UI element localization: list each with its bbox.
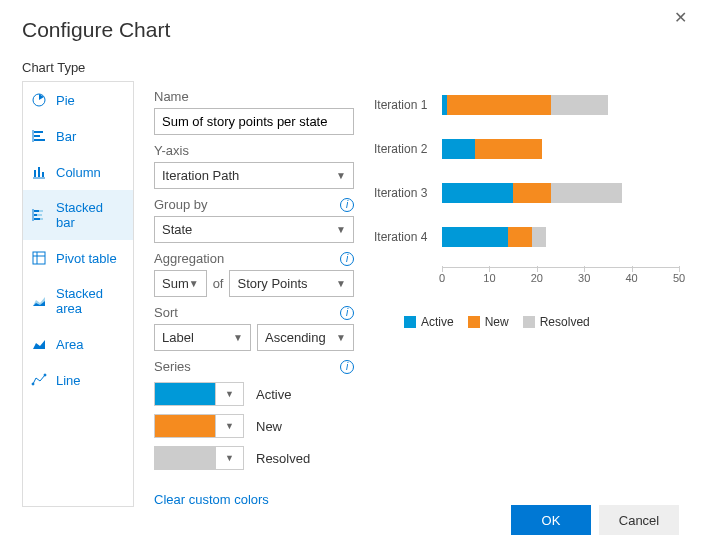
bar-segment [475,139,541,159]
axis-tick-label: 30 [578,272,590,284]
chevron-down-icon: ▼ [225,453,234,463]
series-row: ▼New [154,414,354,438]
chart-type-label: Line [56,373,81,388]
svg-rect-12 [34,214,37,216]
stacked-bar-icon [31,207,47,223]
svg-point-19 [32,383,34,385]
legend-item: Active [404,315,454,329]
series-color-dropdown[interactable]: ▼ [216,446,244,470]
aggregation-func-select[interactable]: Sum▼ [154,270,207,297]
chart-bar-row: Iteration 3 [374,183,679,203]
chart-type-label: Bar [56,129,76,144]
aggregation-field-select[interactable]: Story Points▼ [229,270,354,297]
series-name-label: Resolved [256,451,310,466]
bar-category-label: Iteration 2 [374,142,442,156]
bar-segment [551,95,608,115]
stacked-area-icon [31,293,47,309]
series-name-label: New [256,419,282,434]
svg-rect-16 [33,252,45,264]
y-axis-select[interactable]: Iteration Path▼ [154,162,354,189]
chart-type-bar[interactable]: Bar [23,118,133,154]
info-icon[interactable]: i [340,306,354,320]
axis-tick-label: 0 [439,272,445,284]
series-color-swatch[interactable] [154,414,216,438]
name-input[interactable] [154,108,354,135]
y-axis-label: Y-axis [154,143,189,158]
group-by-select[interactable]: State▼ [154,216,354,243]
pivot-icon [31,250,47,266]
sort-field-select[interactable]: Label▼ [154,324,251,351]
chart-type-label: Pie [56,93,75,108]
sort-dir-select[interactable]: Ascending▼ [257,324,354,351]
chart-type-label: Pivot table [56,251,117,266]
svg-rect-4 [34,139,45,141]
series-color-dropdown[interactable]: ▼ [216,414,244,438]
info-icon[interactable]: i [340,360,354,374]
chevron-down-icon: ▼ [336,224,346,235]
legend-label: New [485,315,509,329]
chart-type-area[interactable]: Area [23,326,133,362]
chart-type-label: Area [56,337,83,352]
axis-tick-label: 40 [625,272,637,284]
svg-rect-2 [34,131,43,133]
svg-rect-13 [37,214,42,216]
bar-segment [513,183,551,203]
bar-segment [532,227,546,247]
svg-rect-3 [34,135,40,137]
chart-type-line[interactable]: Line [23,362,133,398]
aggregation-label: Aggregation [154,251,224,266]
legend-label: Active [421,315,454,329]
series-name-label: Active [256,387,291,402]
bar-v-icon [31,164,47,180]
chevron-down-icon: ▼ [189,278,199,289]
chart-type-pivot-table[interactable]: Pivot table [23,240,133,276]
series-color-dropdown[interactable]: ▼ [216,382,244,406]
chart-type-label: Chart Type [22,60,679,75]
info-icon[interactable]: i [340,198,354,212]
bar-segment [442,139,475,159]
bar-segment [442,227,508,247]
chevron-down-icon: ▼ [225,389,234,399]
legend-swatch [523,316,535,328]
dialog-title: Configure Chart [22,18,679,42]
clear-colors-link[interactable]: Clear custom colors [154,492,354,507]
bar-segment [447,95,551,115]
series-row: ▼Active [154,382,354,406]
svg-rect-7 [38,167,40,177]
chart-bar-row: Iteration 2 [374,139,679,159]
legend-swatch [468,316,480,328]
axis-tick-label: 50 [673,272,685,284]
ok-button[interactable]: OK [511,505,591,535]
legend-item: New [468,315,509,329]
series-color-swatch[interactable] [154,382,216,406]
cancel-button[interactable]: Cancel [599,505,679,535]
axis-tick-label: 20 [531,272,543,284]
chart-type-stacked-bar[interactable]: Stacked bar [23,190,133,240]
chevron-down-icon: ▼ [336,278,346,289]
svg-rect-10 [34,210,39,212]
chart-type-label: Column [56,165,101,180]
chart-type-label: Stacked area [56,286,125,316]
bar-category-label: Iteration 3 [374,186,442,200]
svg-rect-6 [34,170,36,177]
chart-type-label: Stacked bar [56,200,125,230]
close-button[interactable]: ✕ [674,8,687,27]
series-color-swatch[interactable] [154,446,216,470]
of-label: of [213,276,224,291]
close-icon: ✕ [674,9,687,26]
series-row: ▼Resolved [154,446,354,470]
pie-icon [31,92,47,108]
chart-bar-row: Iteration 1 [374,95,679,115]
bar-h-icon [31,128,47,144]
chart-type-pie[interactable]: Pie [23,82,133,118]
chart-type-list: PieBarColumnStacked barPivot tableStacke… [22,81,134,507]
info-icon[interactable]: i [340,252,354,266]
svg-rect-15 [40,218,43,220]
name-label: Name [154,89,189,104]
chart-preview: Iteration 1Iteration 2Iteration 3Iterati… [374,81,679,507]
chart-type-column[interactable]: Column [23,154,133,190]
bar-segment [508,227,532,247]
chevron-down-icon: ▼ [233,332,243,343]
chart-type-stacked-area[interactable]: Stacked area [23,276,133,326]
bar-segment [551,183,622,203]
